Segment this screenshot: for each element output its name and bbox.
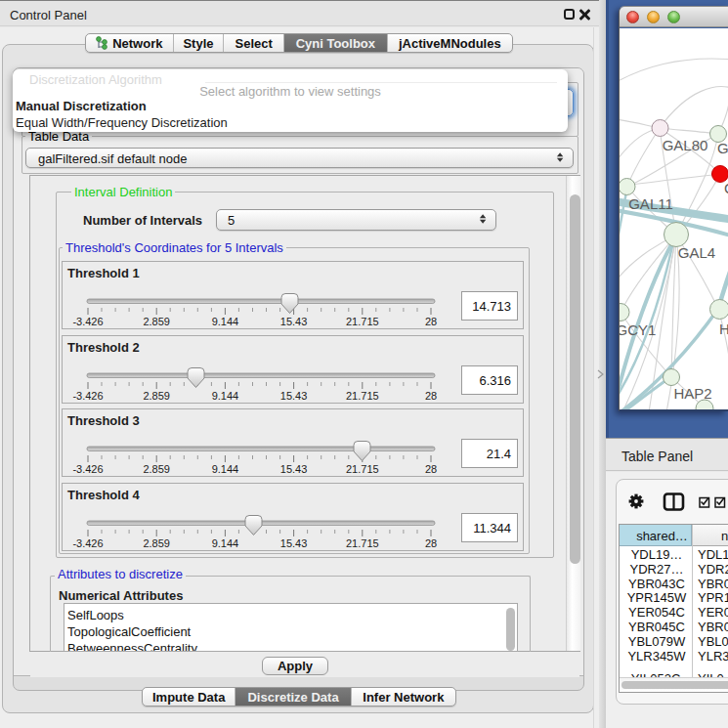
svg-text:28: 28 — [425, 463, 437, 475]
svg-text:9.144: 9.144 — [212, 463, 239, 475]
svg-text:GCY1: GCY1 — [620, 321, 656, 338]
svg-text:28: 28 — [425, 316, 437, 327]
svg-text:9.144: 9.144 — [212, 390, 239, 402]
svg-text:2.859: 2.859 — [143, 463, 170, 475]
svg-text:21.715: 21.715 — [346, 390, 379, 402]
svg-text:2.859: 2.859 — [143, 390, 170, 402]
svg-text:28: 28 — [425, 390, 437, 402]
svg-text:HI: HI — [719, 321, 728, 337]
svg-text:28: 28 — [425, 537, 437, 549]
svg-text:9.144: 9.144 — [212, 316, 239, 327]
svg-text:HAP2: HAP2 — [673, 385, 711, 402]
svg-text:15.43: 15.43 — [280, 316, 308, 327]
svg-text:-3.426: -3.426 — [72, 463, 103, 475]
svg-text:GA: GA — [717, 140, 728, 156]
svg-text:CO: CO — [724, 180, 728, 196]
svg-text:21.715: 21.715 — [346, 316, 379, 327]
svg-text:15.43: 15.43 — [280, 463, 308, 475]
svg-text:9.144: 9.144 — [212, 537, 239, 549]
svg-text:GAL4: GAL4 — [678, 244, 715, 261]
svg-text:21.715: 21.715 — [346, 537, 379, 549]
svg-text:-3.426: -3.426 — [72, 316, 103, 327]
svg-text:2.859: 2.859 — [143, 537, 170, 549]
svg-text:15.43: 15.43 — [280, 390, 308, 402]
svg-text:21.715: 21.715 — [346, 463, 379, 475]
svg-text:-3.426: -3.426 — [72, 537, 103, 549]
svg-text:15.43: 15.43 — [280, 537, 308, 549]
svg-text:-3.426: -3.426 — [72, 390, 103, 402]
svg-text:GAL11: GAL11 — [628, 195, 673, 212]
svg-text:2.859: 2.859 — [143, 316, 170, 327]
svg-text:GAL80: GAL80 — [663, 137, 708, 153]
